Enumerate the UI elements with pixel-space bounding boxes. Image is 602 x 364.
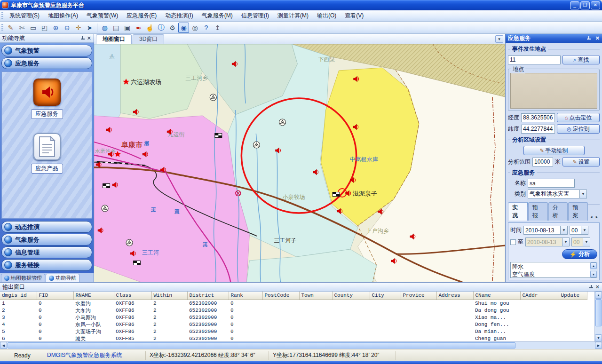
to-checkbox[interactable] [510, 239, 516, 245]
chevron-down-icon[interactable]: ▼ [579, 190, 586, 198]
menu-item-4[interactable]: 动态推演(I) [161, 10, 197, 22]
column-header-CName[interactable]: CName [473, 292, 520, 300]
column-header-Address[interactable]: Address [436, 292, 473, 300]
service-tab-实况[interactable]: 实况 [508, 202, 528, 221]
nav-button-气象预警[interactable]: 气象预警 [1, 45, 92, 56]
scroll-left-icon[interactable]: ◀ [0, 342, 7, 349]
edit-icon[interactable]: ✎ [5, 23, 16, 33]
cut-icon[interactable]: ✄ [16, 23, 27, 33]
tab-map-window[interactable]: 地图窗口 [96, 34, 132, 44]
restore-button[interactable]: ❐ [580, 1, 590, 9]
close-icon[interactable]: ✕ [595, 285, 600, 290]
pan-icon[interactable]: ✛ [73, 23, 84, 33]
campsite-icon[interactable] [279, 119, 285, 126]
table-row[interactable]: 50大面场子沟OXFF8626523020000Da mian... [0, 328, 587, 335]
range-set-button[interactable]: ✎ 设置 [562, 157, 600, 166]
scroll-down-icon[interactable]: ▼ [595, 334, 602, 341]
longitude-input[interactable] [521, 113, 555, 122]
end-date-select[interactable]: 2010-08-13 ▼ [525, 237, 570, 246]
nav-button-应急服务[interactable]: 应急服务 [1, 57, 92, 69]
column-header-City[interactable]: City [370, 292, 401, 300]
document-icon[interactable] [33, 133, 61, 160]
tab-scroll-left-icon[interactable]: ◂ [588, 214, 594, 221]
shortcut-emergency-product[interactable]: 应急产品 [31, 133, 63, 174]
campsite-icon[interactable] [102, 205, 108, 212]
list-item[interactable]: 降水 [512, 263, 588, 270]
campsite-icon[interactable] [126, 239, 133, 246]
column-header-Within[interactable]: Within [151, 292, 187, 300]
nav-button-服务链接[interactable]: 服务链接 [1, 259, 92, 271]
menu-item-9[interactable]: 查看(V) [341, 10, 368, 22]
table-row[interactable]: 30小马厮沟OXFF8626523020000Xiao ma... [0, 314, 587, 321]
pick-icon[interactable]: ☝ [144, 23, 155, 33]
menu-item-7[interactable]: 测量计算(M) [273, 10, 313, 22]
scrollbar-thumb[interactable] [8, 342, 515, 348]
hour-select[interactable]: 00 ▼ [570, 226, 588, 235]
scrollbar-thumb[interactable] [595, 299, 602, 326]
pin-icon[interactable] [586, 36, 591, 41]
column-header-RNAME[interactable]: RNAME [73, 292, 114, 300]
road-sign-icon[interactable] [103, 184, 110, 188]
manual-draw-button[interactable]: ✎ 手动绘制 [523, 146, 585, 155]
search-button[interactable]: ⌕ 查找 [562, 55, 600, 64]
nav-button-信息管理[interactable]: 信息管理 [1, 246, 92, 258]
menu-item-8[interactable]: 输出(O) [313, 10, 341, 22]
chevron-down-icon[interactable]: ▼ [560, 226, 567, 234]
pin-icon[interactable] [589, 285, 594, 290]
column-header-FID[interactable]: FID [37, 292, 73, 300]
select-zone-icon[interactable]: ◰ [39, 23, 50, 33]
column-header-PostCode[interactable]: PostCode [262, 292, 299, 300]
analyze-button[interactable]: ⚡ 分析 [562, 249, 597, 259]
chevron-down-icon[interactable]: ▼ [583, 238, 590, 246]
export-icon[interactable]: ↥ [212, 23, 223, 33]
place-result-box[interactable] [510, 73, 597, 109]
list-item[interactable]: 空气温度 [512, 270, 588, 278]
column-header-Update[interactable]: Update [559, 292, 587, 300]
tab-function-navigation[interactable]: 功能导航 [46, 274, 79, 282]
window-list-dropdown-icon[interactable]: ▾ [495, 35, 503, 43]
menu-item-1[interactable]: 地图操作(A) [44, 10, 82, 22]
service-name-input[interactable] [528, 179, 575, 188]
scroll-right-icon[interactable]: ▶ [595, 342, 602, 349]
scroll-up-icon[interactable]: ▲ [590, 262, 597, 269]
table-row[interactable]: 10水磨沟OXFF8626523020000Shui mo gou [0, 300, 587, 307]
scroll-down-icon[interactable]: ▼ [590, 271, 597, 277]
road-sign-icon[interactable] [134, 261, 141, 265]
info-icon[interactable]: ⓘ [156, 23, 166, 33]
table-row[interactable]: 60城关OXFF8526523020000Cheng guan [0, 335, 587, 342]
column-header-Rank[interactable]: Rank [229, 292, 262, 300]
identify-icon[interactable]: ➤ [84, 23, 95, 33]
service-tab-预报[interactable]: 预报 [528, 202, 548, 221]
location-search-input[interactable] [508, 55, 561, 64]
tab-scroll-right-icon[interactable]: ▸ [594, 214, 600, 221]
print-icon[interactable]: ▣ [122, 23, 133, 33]
chevron-down-icon[interactable]: ▼ [581, 226, 588, 234]
table-row[interactable]: 40东风一小队OXFF8626523020000Dong fen... [0, 321, 587, 328]
close-button[interactable]: ✕ [591, 1, 600, 9]
latitude-input[interactable] [521, 125, 555, 134]
chevron-down-icon[interactable]: ▼ [562, 238, 569, 246]
toolbar-grip[interactable] [1, 24, 3, 32]
menu-grip[interactable] [1, 12, 3, 20]
menu-item-2[interactable]: 气象预警(W) [82, 10, 122, 22]
menu-item-3[interactable]: 应急服务(E) [122, 10, 161, 22]
scroll-up-icon[interactable]: ▲ [595, 292, 602, 299]
map-canvas[interactable]: 六运湖农场三工河乡下西泉阜康市九运街水磨沟乡中葛根水库滋泥泉子小泉牧场上户沟乡三… [94, 44, 505, 282]
close-icon[interactable]: ✕ [595, 36, 600, 41]
column-header-Town[interactable]: Town [299, 292, 332, 300]
tab-3d-window[interactable]: 3D窗口 [133, 34, 164, 44]
select-rect-icon[interactable]: ▭ [28, 23, 39, 33]
listbox-scrollbar[interactable]: ▲ ▼ [590, 262, 597, 277]
vertical-scrollbar[interactable]: ▲ ▼ [594, 292, 602, 341]
column-header-District[interactable]: District [187, 292, 229, 300]
emergency-alert-icon[interactable] [33, 79, 61, 106]
column-header-Class[interactable]: Class [114, 292, 151, 300]
minimize-button[interactable]: _ [570, 1, 579, 9]
nav-button-气象服务[interactable]: 气象服务 [1, 234, 92, 245]
zoom-out-icon[interactable]: ⊖ [62, 23, 72, 33]
zoom-in-icon[interactable]: ⊕ [50, 23, 61, 33]
image-layer-icon[interactable]: ▤ [111, 23, 121, 33]
column-header-dmgis_id[interactable]: dmgis_id [0, 292, 37, 300]
service-tab-预案[interactable]: 预案 [568, 202, 588, 221]
click-locate-button[interactable]: ⌂ 点击定位 [557, 113, 600, 122]
